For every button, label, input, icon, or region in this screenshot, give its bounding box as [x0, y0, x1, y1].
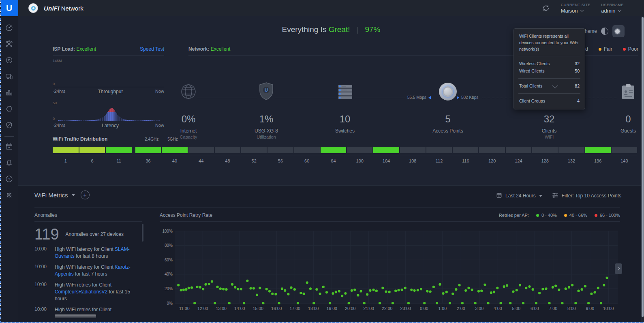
globe-icon[interactable]: [164, 77, 213, 101]
anomaly-time: 10:00: [34, 282, 55, 303]
overview-section: Everything Is Great! |97% Theme ISP Load…: [18, 16, 644, 185]
access-point-icon[interactable]: [424, 77, 472, 101]
isp-load-value: Excellent: [76, 46, 96, 52]
channel-108: 108: [400, 147, 426, 163]
svg-text:18:00: 18:00: [308, 306, 319, 311]
anomaly-client-link[interactable]: Karotz-Appentis: [55, 264, 131, 277]
anomalies-title: Anomalies: [34, 212, 142, 222]
legend-dot-icon: [595, 214, 597, 217]
time-range-selector[interactable]: Last 24 Hours: [496, 192, 542, 199]
anomaly-client-link[interactable]: CompteursRadiationsV2: [55, 289, 107, 295]
current-site-label: CURRENT SITE: [561, 3, 591, 7]
node-gateway: U 1% USG-XG-8 Utilization: [242, 77, 291, 139]
switch-stack-icon[interactable]: [321, 77, 369, 101]
site-selector[interactable]: CURRENT SITE Maison: [561, 3, 591, 14]
wifi-clients-tooltip: WiFi Clients represents all devices conn…: [513, 28, 585, 109]
channel-44: 44: [188, 147, 214, 163]
chart-next-button[interactable]: [615, 263, 622, 274]
legend-item: Fair: [599, 46, 612, 52]
legend-dot-icon: [599, 48, 601, 51]
health-status: Everything Is Great! |97%: [282, 25, 381, 34]
guest-badge-icon[interactable]: [604, 77, 644, 101]
isp-load-label: ISP Load:: [53, 46, 75, 52]
channel-120: 120: [479, 147, 505, 163]
chevron-down-icon: [539, 195, 542, 197]
svg-text:20:00: 20:00: [345, 306, 355, 311]
channel-52: 52: [241, 147, 267, 163]
sidebar-item-help[interactable]: ?: [0, 171, 18, 188]
legend-item: 0 - 40%: [536, 213, 557, 218]
sidebar-divider: [4, 136, 14, 137]
wifi-metrics-section: WiFi Metrics + Last 24 Hours Filter: Top…: [18, 185, 644, 323]
svg-text:9:00: 9:00: [586, 306, 595, 311]
anomaly-time: 10:00: [34, 306, 55, 318]
anomaly-item: 10:00High WiFi retries for Client: [34, 306, 142, 318]
channel-36: 36: [135, 147, 161, 163]
product-title: UniFi Network: [44, 5, 83, 12]
sidebar-item-devices[interactable]: [0, 53, 18, 69]
sidebar-item-settings[interactable]: [0, 188, 18, 204]
bell-icon: [5, 158, 13, 168]
chevron-down-icon: [618, 8, 621, 11]
network-label: Network:: [188, 46, 209, 52]
svg-text:6:00: 6:00: [531, 306, 539, 311]
svg-text:2:00: 2:00: [457, 306, 465, 311]
svg-text:10:00: 10:00: [603, 306, 614, 311]
speed-test-link[interactable]: Speed Test: [140, 46, 164, 52]
sidebar-item-coverage-map[interactable]: [0, 101, 18, 118]
internet-capacity-value: 0%: [164, 113, 213, 125]
wifi-metrics-dropdown[interactable]: WiFi Metrics: [34, 192, 75, 199]
isp-load-panel: ISP Load: Excellent Speed Test 146M 0 -2…: [53, 46, 164, 128]
legend-item: 40 - 66%: [564, 213, 587, 218]
channel-64: 64: [321, 147, 346, 163]
sidebar-item-alerts[interactable]: [0, 155, 18, 171]
channel-124: 124: [506, 147, 531, 163]
band-5-label: 5GHz: [167, 137, 178, 141]
channel-56: 56: [267, 147, 293, 163]
anomaly-client-link[interactable]: SLAM-Ouvrants: [55, 246, 130, 259]
health-score: 97%: [365, 25, 380, 34]
sidebar: U ★ ?: [0, 0, 18, 323]
calendar-icon: [496, 192, 502, 199]
channel-116: 116: [453, 147, 478, 163]
svg-text:20%: 20%: [165, 287, 173, 291]
anomalies-panel: Anomalies 119 Anomalies over 27 devices …: [34, 212, 142, 318]
sliders-icon: [552, 193, 558, 199]
tooltip-text: WiFi Clients represents all devices conn…: [519, 33, 580, 52]
access-points-count: 5: [424, 113, 472, 125]
channel-100: 100: [347, 147, 372, 163]
svg-text:12:00: 12:00: [197, 306, 208, 311]
traffic-title: WiFi Traffic Distribution: [53, 136, 107, 142]
sidebar-item-events[interactable]: ★: [0, 139, 18, 155]
svg-text:14:00: 14:00: [234, 306, 245, 311]
filter-control[interactable]: Filter: Top 10 Access Points: [552, 193, 621, 199]
refresh-icon[interactable]: [541, 4, 550, 13]
retry-rate-title: Access Point Retry Rate: [160, 212, 212, 218]
page-scrollbar[interactable]: [641, 16, 644, 323]
svg-text:?: ?: [8, 177, 10, 181]
sidebar-item-threat-management[interactable]: [0, 118, 18, 134]
sidebar-item-statistics[interactable]: [0, 85, 18, 101]
node-guests: 0 Guests: [604, 77, 644, 135]
sidebar-item-topology[interactable]: [0, 36, 18, 53]
chevron-down-icon: [72, 194, 75, 196]
sidebar-item-dashboard[interactable]: [0, 20, 18, 36]
shield-slash-icon: [5, 121, 13, 130]
sidebar-item-clients[interactable]: [0, 69, 18, 85]
theme-dark-toggle[interactable]: [612, 25, 625, 37]
network-value: Excellent: [211, 46, 231, 52]
legend-item: Poor: [623, 46, 638, 52]
channel-40: 40: [162, 147, 187, 163]
gateway-shield-icon[interactable]: U: [242, 77, 291, 101]
user-menu[interactable]: USERNAME admin: [601, 3, 624, 14]
add-metric-button[interactable]: +: [81, 190, 90, 199]
anomalies-scrollbar[interactable]: [142, 224, 143, 242]
svg-text:80%: 80%: [165, 243, 173, 248]
ubiquiti-logo[interactable]: U: [0, 0, 18, 16]
legend-dot-icon: [564, 214, 567, 217]
svg-text:100%: 100%: [162, 229, 173, 233]
gateway-utilization-value: 1%: [242, 113, 291, 125]
theme-light-toggle[interactable]: [601, 28, 608, 35]
svg-text:7:00: 7:00: [549, 306, 558, 311]
channel-48: 48: [215, 147, 240, 163]
